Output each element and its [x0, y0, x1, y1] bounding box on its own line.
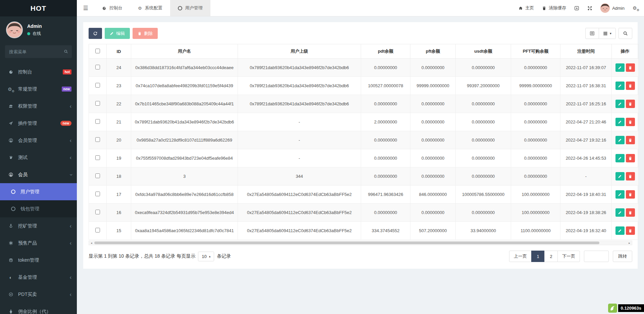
chevron-left-icon: ‹ — [70, 138, 71, 143]
sidebar-item-presale-products[interactable]: 预售产品 ‹ — [0, 234, 77, 252]
navbar-user[interactable]: Admin — [600, 3, 625, 13]
horizontal-scrollbar[interactable]: ◄ ► — [89, 241, 632, 245]
sidebar-item-fund-mgmt[interactable]: ◐ 基金管理 ‹ — [0, 269, 77, 286]
search-toggle-button[interactable] — [618, 28, 632, 39]
pencil-icon — [618, 102, 622, 106]
scroll-left-arrow-icon[interactable]: ◄ — [89, 241, 94, 245]
sidebar-item-pdt-trade[interactable]: PDT买卖 ‹ — [0, 286, 77, 303]
row-checkbox[interactable] — [95, 65, 100, 69]
sidebar-item-permission-mgmt[interactable]: 权限管理 ‹ — [0, 98, 77, 115]
sidebar-item-label: 测试 — [18, 155, 65, 161]
pencil-icon — [618, 229, 622, 233]
sidebar-item-mining-mgmt[interactable]: 挖矿管理 ‹ — [0, 217, 77, 234]
row-edit-button[interactable] — [615, 226, 625, 235]
cell-reg_time: 2022-04-19 18:38:26 — [560, 204, 612, 222]
select-all-checkbox[interactable] — [95, 49, 100, 53]
row-delete-button[interactable] — [626, 190, 635, 199]
sidebar-item-member-mgmt[interactable]: 会员管理 ‹ — [0, 132, 77, 149]
row-delete-button[interactable] — [626, 226, 635, 235]
scrollbar-thumb[interactable] — [94, 242, 599, 244]
row-edit-button[interactable] — [615, 82, 625, 90]
sidebar-toggle-button[interactable]: ☰ — [77, 0, 94, 16]
home-label: 主页 — [525, 5, 534, 11]
avatar[interactable] — [6, 21, 23, 38]
sidebar-item-plugin-mgmt[interactable]: 插件管理 new — [0, 115, 77, 132]
adjust-icon: ◐ — [8, 275, 14, 280]
row-checkbox[interactable] — [95, 155, 100, 160]
page-size-dropdown[interactable]: 10 ▴ — [198, 252, 214, 261]
chevron-left-icon: ‹ — [70, 223, 71, 229]
pagination-info-text: 显示第 1 到第 10 条记录，总共 18 条记录 每页显示 — [89, 253, 195, 259]
cell-id: 19 — [107, 149, 131, 167]
prev-page-button[interactable]: 上一页 — [509, 251, 532, 262]
fullscreen-button[interactable] — [587, 6, 592, 11]
sidebar-menu: 控制台 hot ⚙⚙ 常规管理 new 权限管理 ‹ 插件管理 new 会员管理… — [0, 63, 77, 314]
cell-reg_time: 2022-11-07 16:38:31 — [560, 77, 612, 95]
row-select-cell — [89, 131, 107, 149]
row-delete-button[interactable] — [626, 172, 635, 180]
edit-button[interactable]: 编辑 — [105, 28, 130, 39]
next-page-button[interactable]: 下一页 — [557, 251, 580, 262]
page-button-1[interactable]: 1 — [531, 251, 545, 262]
row-checkbox[interactable] — [95, 228, 100, 232]
row-checkbox[interactable] — [95, 101, 100, 106]
clear-cache-link[interactable]: 清除缓存 — [542, 5, 566, 11]
sidebar-item-console[interactable]: 控制台 hot — [0, 63, 77, 81]
settings-button[interactable]: ⚙⚙ — [633, 5, 639, 11]
columns-button[interactable]: ▾ — [599, 28, 616, 39]
tab-user-mgmt[interactable]: 用户管理 — [170, 0, 210, 16]
row-delete-button[interactable] — [626, 82, 635, 90]
jump-button[interactable]: 跳转 — [613, 251, 632, 262]
row-delete-button[interactable] — [626, 208, 635, 217]
sidebar-item-test[interactable]: 测试 ‹ — [0, 149, 77, 166]
jump-page-input[interactable] — [584, 251, 609, 262]
row-delete-button[interactable] — [626, 63, 635, 72]
home-icon — [518, 6, 523, 10]
row-edit-button[interactable] — [615, 136, 625, 144]
tab-console[interactable]: 控制台 — [94, 0, 130, 16]
row-edit-button[interactable] — [615, 208, 625, 217]
user-circle-icon — [8, 138, 14, 143]
sidebar-item-user-mgmt[interactable]: 用户管理 — [0, 183, 77, 200]
language-icon — [574, 6, 579, 11]
cell-username: 0x386d38dd187316c4fd7af6a344eb03ccc44dea… — [131, 59, 238, 77]
cell-pft: 0.00000000 — [410, 59, 456, 77]
row-actions — [612, 77, 639, 95]
language-button[interactable] — [574, 6, 579, 11]
delete-button[interactable]: 删除 — [133, 28, 158, 39]
row-edit-button[interactable] — [615, 100, 625, 108]
sidebar-item-general-mgmt[interactable]: ⚙⚙ 常规管理 new — [0, 81, 77, 98]
row-checkbox[interactable] — [95, 119, 100, 124]
row-delete-button[interactable] — [626, 154, 635, 162]
sidebar-item-label: 用户管理 — [20, 189, 71, 195]
row-checkbox[interactable] — [95, 137, 100, 142]
row-delete-button[interactable] — [626, 100, 635, 108]
detail-view-button[interactable] — [585, 28, 599, 39]
sidebar-item-member[interactable]: 会员 ‹ — [0, 166, 77, 183]
sidebar-item-token-mgmt[interactable]: token管理 — [0, 252, 77, 269]
row-checkbox[interactable] — [95, 173, 100, 178]
row-checkbox[interactable] — [95, 192, 100, 196]
row-edit-button[interactable] — [615, 154, 625, 162]
sidebar-item-wallet-mgmt[interactable]: 钱包管理 — [0, 200, 77, 217]
sidebar-item-commission-ratio[interactable]: 佣金比例（代） — [0, 303, 77, 314]
row-edit-button[interactable] — [615, 118, 625, 126]
thinkphp-icon — [608, 304, 617, 313]
new-badge: new — [62, 87, 71, 92]
row-checkbox[interactable] — [95, 210, 100, 214]
home-link[interactable]: 主页 — [518, 5, 534, 11]
cell-username: 3 — [131, 167, 238, 186]
row-checkbox[interactable] — [95, 83, 100, 88]
page-button-2[interactable]: 2 — [544, 251, 558, 262]
row-edit-button[interactable] — [615, 172, 625, 180]
sidebar-search-input[interactable] — [5, 45, 72, 58]
scroll-right-arrow-icon[interactable]: ► — [627, 241, 632, 245]
row-edit-button[interactable] — [615, 63, 625, 72]
cell-parent: 0x27Ea54805da6094112eC0d6374EdCb63aBbFF5… — [238, 204, 361, 222]
row-delete-button[interactable] — [626, 136, 635, 144]
sidebar-item-label: 会员管理 — [18, 138, 65, 144]
refresh-button[interactable] — [89, 28, 102, 39]
row-edit-button[interactable] — [615, 190, 625, 199]
tab-system-config[interactable]: ⚙ 系统配置 — [130, 0, 170, 16]
row-delete-button[interactable] — [626, 118, 635, 126]
